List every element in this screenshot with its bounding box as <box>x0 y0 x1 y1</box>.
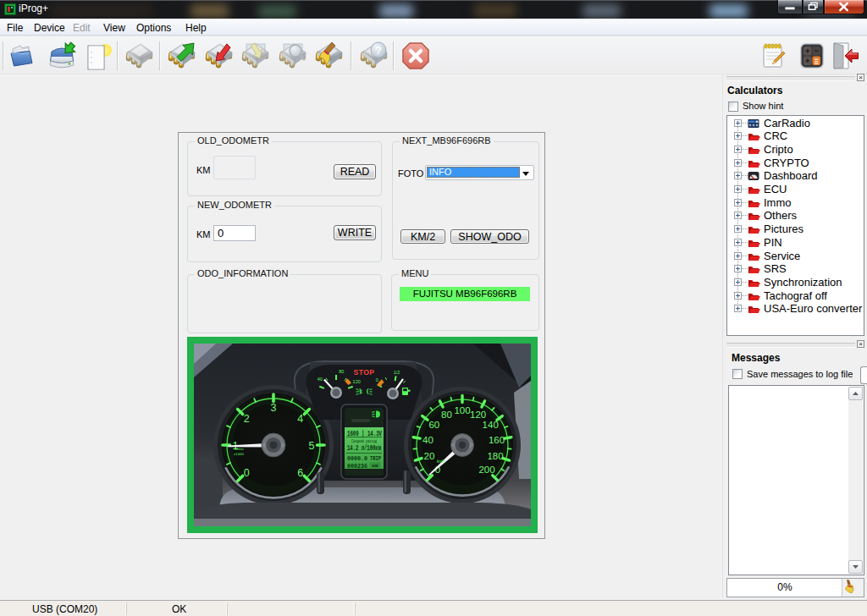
svg-text:40: 40 <box>318 377 323 382</box>
svg-text:4: 4 <box>297 413 303 425</box>
svg-text:?: ? <box>375 44 382 57</box>
svg-text:100: 100 <box>454 405 470 415</box>
svg-text:3: 3 <box>271 402 277 414</box>
svg-text:80: 80 <box>441 410 452 420</box>
svg-text:1/min: 1/min <box>235 447 244 451</box>
svg-text:x1000: x1000 <box>234 452 245 456</box>
svg-text:км: км <box>373 463 378 469</box>
svg-text:140: 140 <box>483 420 499 430</box>
svg-text:TRIP: TRIP <box>370 455 381 462</box>
svg-text:0: 0 <box>244 467 250 479</box>
svg-text:40: 40 <box>422 435 434 445</box>
svg-text:km/h: km/h <box>437 459 445 464</box>
svg-text:80: 80 <box>339 369 344 374</box>
svg-text:160: 160 <box>489 435 505 445</box>
svg-text:14.2 л/100км: 14.2 л/100км <box>347 444 381 453</box>
svg-text:0: 0 <box>376 377 378 382</box>
svg-text:5: 5 <box>309 440 315 452</box>
svg-text:20: 20 <box>424 451 435 461</box>
svg-text:000236: 000236 <box>347 462 367 470</box>
svg-text:STOP: STOP <box>354 368 375 377</box>
svg-text:120: 120 <box>353 379 361 384</box>
svg-text:1/2: 1/2 <box>394 370 400 375</box>
svg-text:6: 6 <box>297 467 303 479</box>
svg-text:2: 2 <box>244 413 250 425</box>
svg-text:60: 60 <box>428 420 439 430</box>
svg-text:180: 180 <box>487 451 503 461</box>
svg-text:1609 | 14.3V: 1609 | 14.3V <box>347 430 382 438</box>
svg-text:200: 200 <box>478 465 494 475</box>
svg-text:Средний расход: Средний расход <box>351 438 377 444</box>
svg-text:120: 120 <box>470 410 486 420</box>
